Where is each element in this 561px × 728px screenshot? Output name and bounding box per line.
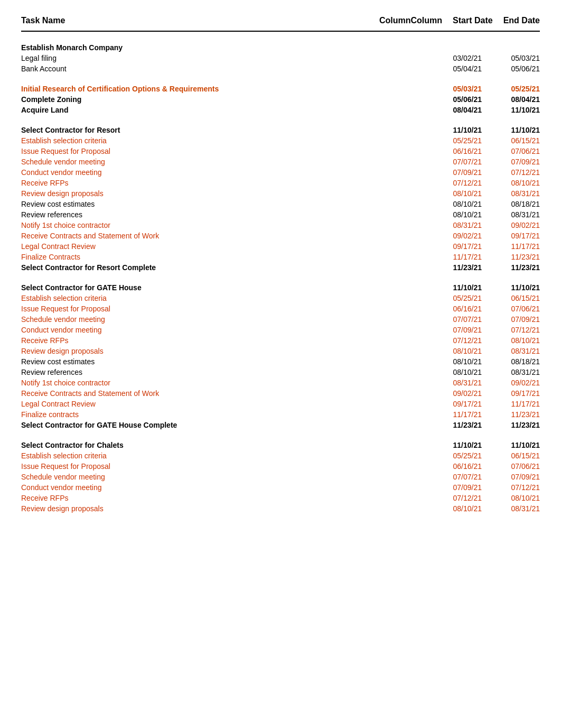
task-dates-cell: 03/02/2105/03/21 [434,54,540,62]
table-row: Conduct vendor meeting07/09/2107/12/21 [21,325,540,335]
section-select-contractor-resort: Select Contractor for Resort11/10/2111/1… [21,125,540,273]
task-start-date: 05/25/21 [445,136,482,145]
task-dates-cell: 07/07/2107/09/21 [434,315,540,324]
task-start-date: 11/10/21 [445,126,482,134]
task-start-date: 07/12/21 [445,336,482,345]
task-dates-cell: 06/16/2107/06/21 [434,462,540,471]
task-end-date: 05/03/21 [503,54,540,62]
table-row: Review references08/10/2108/31/21 [21,209,540,220]
table-row: Legal Contract Review09/17/2111/17/21 [21,241,540,252]
task-start-date: 11/10/21 [445,441,482,449]
task-end-date: 11/10/21 [503,441,540,449]
task-name-cell: Receive RFPs [21,494,434,502]
task-dates-cell: 09/17/2111/17/21 [434,400,540,408]
task-end-date: 08/10/21 [503,179,540,187]
task-dates-cell: 09/17/2111/17/21 [434,242,540,251]
task-name-cell: Receive RFPs [21,179,434,187]
task-name-cell: Receive RFPs [21,336,434,345]
table-row: Review design proposals08/10/2108/31/21 [21,188,540,199]
task-end-date: 07/09/21 [503,473,540,481]
task-start-date: 08/10/21 [445,189,482,198]
task-dates-cell: 06/16/2107/06/21 [434,305,540,313]
task-start-date: 11/23/21 [445,421,482,429]
table-row: Complete Zoning05/06/2108/04/21 [21,94,540,105]
task-end-date: 08/31/21 [503,368,540,376]
task-name-cell: Select Contractor for GATE House [21,283,434,292]
task-end-date: 09/17/21 [503,389,540,398]
task-end-date: 08/10/21 [503,494,540,502]
task-start-date: 09/02/21 [445,389,482,398]
table-row: Select Contractor for Resort Complete11/… [21,262,540,273]
task-start-date: 05/04/21 [445,64,482,73]
table-row: Establish selection criteria05/25/2106/1… [21,135,540,146]
table-row: Review design proposals08/10/2108/31/21 [21,346,540,356]
table-row: Establish selection criteria05/25/2106/1… [21,450,540,461]
table-row: Establish Monarch Company [21,42,540,53]
task-start-date: 07/12/21 [445,179,482,187]
task-name-cell: Schedule vendor meeting [21,473,434,481]
task-name-cell: Issue Request for Proposal [21,305,434,313]
table-row: Select Contractor for GATE House Complet… [21,420,540,430]
task-end-date: 05/25/21 [503,85,540,93]
task-end-date: 11/17/21 [503,242,540,251]
table-row: Review design proposals08/10/2108/31/21 [21,503,540,514]
task-end-date: 11/23/21 [503,263,540,272]
task-name-cell: Notify 1st choice contractor [21,221,434,229]
task-end-date: 05/06/21 [503,64,540,73]
task-start-date: 03/02/21 [445,54,482,62]
task-name-cell: Legal Contract Review [21,400,434,408]
task-end-date: 07/12/21 [503,326,540,334]
task-start-date: 07/07/21 [445,473,482,481]
table-row: Issue Request for Proposal06/16/2107/06/… [21,303,540,314]
table-row: Notify 1st choice contractor08/31/2109/0… [21,377,540,388]
table-row: Notify 1st choice contractor08/31/2109/0… [21,220,540,231]
section-initial-research: Initial Research of Certification Option… [21,84,540,115]
task-start-date: 08/31/21 [445,221,482,229]
table-row: Establish selection criteria05/25/2106/1… [21,293,540,303]
task-dates-cell: 05/03/2105/25/21 [434,85,540,93]
task-end-date: 08/31/21 [503,347,540,355]
task-start-date: 08/10/21 [445,347,482,355]
task-end-date: 08/31/21 [503,504,540,513]
section-select-contractor-gate: Select Contractor for GATE House11/10/21… [21,282,540,430]
task-start-date: 08/04/21 [445,106,482,114]
task-name-cell: Review references [21,368,434,376]
task-dates-cell: 07/07/2107/09/21 [434,473,540,481]
table-row: Schedule vendor meeting07/07/2107/09/21 [21,156,540,167]
task-name-cell: Establish Monarch Company [21,43,434,52]
task-dates-cell: 08/04/2111/10/21 [434,106,540,114]
table-row: Bank Account05/04/2105/06/21 [21,63,540,74]
task-name-cell: Conduct vendor meeting [21,483,434,492]
task-start-date: 06/16/21 [445,147,482,155]
task-end-date: 08/31/21 [503,210,540,219]
table-row: Review references08/10/2108/31/21 [21,367,540,377]
task-end-date: 11/23/21 [503,421,540,429]
end-date-header: End Date [503,16,540,25]
task-start-date: 11/17/21 [445,410,482,419]
task-end-date: 07/06/21 [503,305,540,313]
table-row: Schedule vendor meeting07/07/2107/09/21 [21,472,540,482]
table-row: Conduct vendor meeting07/09/2107/12/21 [21,167,540,178]
task-start-date: 07/09/21 [445,326,482,334]
task-end-date: 11/10/21 [503,106,540,114]
task-start-date: 11/10/21 [445,283,482,292]
table-row: Receive RFPs07/12/2108/10/21 [21,493,540,503]
task-start-date: 07/09/21 [445,168,482,177]
task-name-cell: Conduct vendor meeting [21,326,434,334]
task-start-date: 08/10/21 [445,357,482,366]
task-end-date: 08/10/21 [503,336,540,345]
task-start-date: 11/23/21 [445,263,482,272]
task-start-date: 05/03/21 [445,85,482,93]
task-start-date: 06/16/21 [445,305,482,313]
task-dates-cell: 06/16/2107/06/21 [434,147,540,155]
task-name-cell: Receive Contracts and Statement of Work [21,232,434,240]
task-end-date: 11/17/21 [503,400,540,408]
table-row: Receive RFPs07/12/2108/10/21 [21,335,540,346]
task-end-date: 08/04/21 [503,95,540,104]
task-name-cell: Review cost estimates [21,200,434,208]
task-end-date: 07/09/21 [503,315,540,324]
task-name-cell: Select Contractor for GATE House Complet… [21,421,434,429]
task-name-cell: Select Contractor for Resort [21,126,434,134]
task-name-cell: Review design proposals [21,504,434,513]
task-start-date: 06/16/21 [445,462,482,471]
